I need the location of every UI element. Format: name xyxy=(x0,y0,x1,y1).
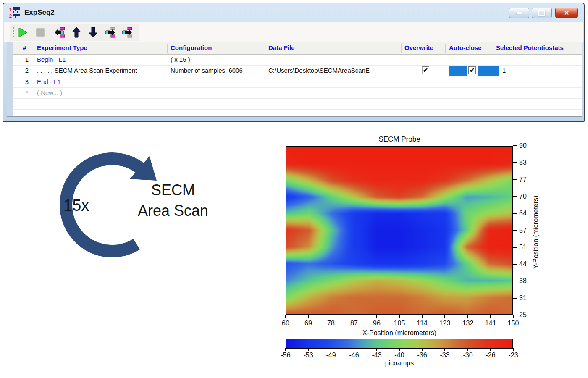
auto-close-selection-left[interactable] xyxy=(449,66,467,76)
column-divider xyxy=(265,44,265,53)
colorbar-tick-mark xyxy=(308,348,309,351)
minimize-button[interactable] xyxy=(509,8,529,18)
toolbar-group xyxy=(10,24,139,41)
chart-title: SECM Probe xyxy=(286,135,513,144)
col-header-data-file[interactable]: Data File xyxy=(268,44,295,51)
colorbar-tick-label: -49 xyxy=(321,352,341,359)
colorbar-tick-mark xyxy=(399,348,400,351)
svg-text:1: 1 xyxy=(9,7,12,12)
maximize-button[interactable] xyxy=(532,8,552,18)
y-tick-mark xyxy=(513,298,517,299)
colorbar-tick-label: -56 xyxy=(276,352,296,359)
minimize-icon xyxy=(516,12,522,14)
table-row-3[interactable]: 3 End - L1 xyxy=(13,76,582,88)
colorbar-canvas xyxy=(286,339,512,348)
experiment-type-cell[interactable]: End - L1 xyxy=(37,78,61,85)
auto-close-selection-right[interactable] xyxy=(478,66,499,76)
y-tick-label: 51 xyxy=(519,244,527,251)
move-down-button[interactable] xyxy=(86,26,100,39)
table-row-2[interactable]: 2 . . . . . SECM Area Scan Experiment Nu… xyxy=(13,65,582,76)
x-tick-label: 60 xyxy=(277,320,294,327)
y-tick-label: 44 xyxy=(519,260,527,268)
run-button[interactable] xyxy=(16,26,30,39)
y-axis-label: Y-Position (micrometers) xyxy=(532,148,541,316)
svg-text:2: 2 xyxy=(9,13,12,18)
selected-potentiostats-cell[interactable]: 1 xyxy=(502,67,506,74)
grid-line xyxy=(13,109,582,110)
x-tick-label: 123 xyxy=(436,320,453,327)
screenshot-root: 1 2 ExpSeq2 ✕ xyxy=(0,0,588,378)
colorbar-tick-label: -23 xyxy=(503,352,523,359)
insert-before-button[interactable] xyxy=(103,26,117,39)
loop-caption-line2: Area Scan xyxy=(110,200,236,221)
y-tick-mark xyxy=(513,281,517,281)
toolbar-grip[interactable] xyxy=(13,27,14,38)
col-header-overwrite[interactable]: Overwrite xyxy=(404,44,433,51)
move-up-button[interactable] xyxy=(69,26,84,39)
x-tick-mark xyxy=(467,315,468,318)
move-out-button[interactable] xyxy=(52,26,67,39)
overwrite-checkbox[interactable]: ✔ xyxy=(422,66,429,74)
app-icon: 1 2 xyxy=(8,6,21,19)
table-header: # Experiment Type Configuration Data Fil… xyxy=(13,42,582,55)
row-number: 2 xyxy=(18,67,35,74)
column-divider xyxy=(401,44,402,53)
y-tick-mark xyxy=(513,315,517,315)
colorbar-tick-label: -43 xyxy=(367,352,387,359)
x-tick-mark xyxy=(331,315,331,318)
data-file-cell[interactable]: C:\Users\Desktop\SECMAreaScanE xyxy=(268,67,370,74)
y-tick-label: 70 xyxy=(519,193,527,200)
colorbar-tick-label: -26 xyxy=(480,352,501,359)
table-row-1[interactable]: 1 Begin - L1 ( x 15 ) xyxy=(13,54,582,66)
configuration-cell[interactable]: ( x 15 ) xyxy=(171,56,190,63)
insert-after-icon xyxy=(121,26,133,38)
row-number: 1 xyxy=(18,56,35,63)
new-row-cell[interactable]: ( New... ) xyxy=(37,89,62,96)
col-header-selected-potentiostats[interactable]: Selected Potentiostats xyxy=(496,44,564,51)
title-bar[interactable]: 1 2 ExpSeq2 xyxy=(3,3,584,22)
insert-after-button[interactable] xyxy=(120,26,134,39)
x-tick-mark xyxy=(513,315,514,318)
col-header-num[interactable]: # xyxy=(23,44,26,51)
colorbar-tick-label: -30 xyxy=(458,352,478,359)
y-tick-mark xyxy=(513,230,517,231)
colorbar-tick-mark xyxy=(490,348,491,351)
row-number: 3 xyxy=(18,78,35,85)
loop-caption: SECM Area Scan xyxy=(110,180,236,221)
column-divider xyxy=(493,44,493,53)
configuration-cell[interactable]: Number of samples: 6006 xyxy=(171,67,243,74)
x-tick-mark xyxy=(490,315,491,318)
play-icon xyxy=(17,26,29,38)
x-tick-label: 87 xyxy=(346,320,362,327)
x-tick-mark xyxy=(376,315,377,318)
y-tick-label: 64 xyxy=(519,210,527,217)
close-button[interactable]: ✕ xyxy=(555,8,578,18)
experiment-sequence-table: # Experiment Type Configuration Data Fil… xyxy=(7,42,582,117)
col-header-auto-close[interactable]: Auto-close xyxy=(449,44,482,51)
colorbar-tick-label: -46 xyxy=(344,352,364,359)
close-icon: ✕ xyxy=(564,9,570,17)
row-selector-gutter[interactable] xyxy=(7,42,13,116)
window-title: ExpSeq2 xyxy=(24,8,55,17)
stop-button[interactable] xyxy=(33,26,47,39)
x-tick-label: 150 xyxy=(505,320,522,327)
y-tick-label: 38 xyxy=(519,277,527,285)
loop-caption-line1: SECM xyxy=(110,180,236,200)
y-tick-label: 57 xyxy=(519,227,527,234)
y-tick-label: 90 xyxy=(519,142,527,150)
col-header-experiment-type[interactable]: Experiment Type xyxy=(37,44,87,51)
auto-close-checkbox[interactable]: ✔ xyxy=(468,66,476,74)
y-tick-mark xyxy=(513,162,517,163)
insert-before-icon xyxy=(104,26,116,38)
x-tick-label: 114 xyxy=(414,320,430,327)
x-tick-label: 132 xyxy=(459,320,476,327)
y-tick-mark xyxy=(513,247,517,248)
x-tick-label: 96 xyxy=(368,320,385,327)
toolbar xyxy=(4,22,583,42)
experiment-type-cell[interactable]: . . . . . SECM Area Scan Experiment xyxy=(37,67,137,74)
experiment-type-cell[interactable]: Begin - L1 xyxy=(37,56,66,63)
table-row-new[interactable]: * ( New... ) xyxy=(13,87,582,99)
colorbar-tick-label: -33 xyxy=(435,352,455,359)
col-header-configuration[interactable]: Configuration xyxy=(171,44,212,51)
colorbar-tick-mark xyxy=(285,348,286,351)
